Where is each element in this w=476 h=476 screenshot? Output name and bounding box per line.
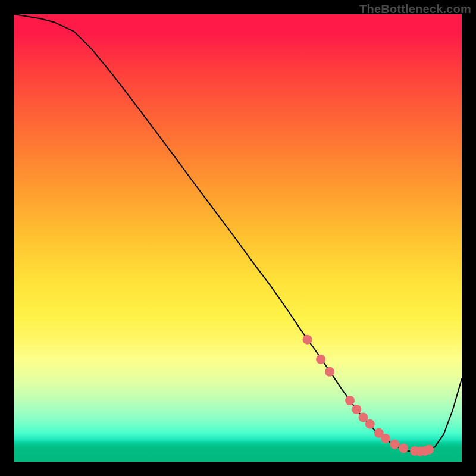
data-dot (399, 443, 408, 453)
watermark-text: TheBottleneck.com (359, 2, 471, 16)
bottleneck-curve (14, 14, 462, 452)
data-dot (424, 445, 434, 455)
data-dot (345, 396, 355, 405)
curve-overlay (14, 14, 462, 462)
data-dot (303, 335, 312, 345)
data-dot (359, 413, 368, 422)
data-dot (381, 434, 390, 443)
data-dot (365, 419, 375, 429)
chart-frame: TheBottleneck.com (0, 0, 476, 476)
data-dot (325, 367, 334, 377)
data-dot (316, 355, 325, 364)
data-dot (352, 405, 361, 414)
data-dot (390, 440, 399, 449)
plot-area (14, 14, 462, 462)
